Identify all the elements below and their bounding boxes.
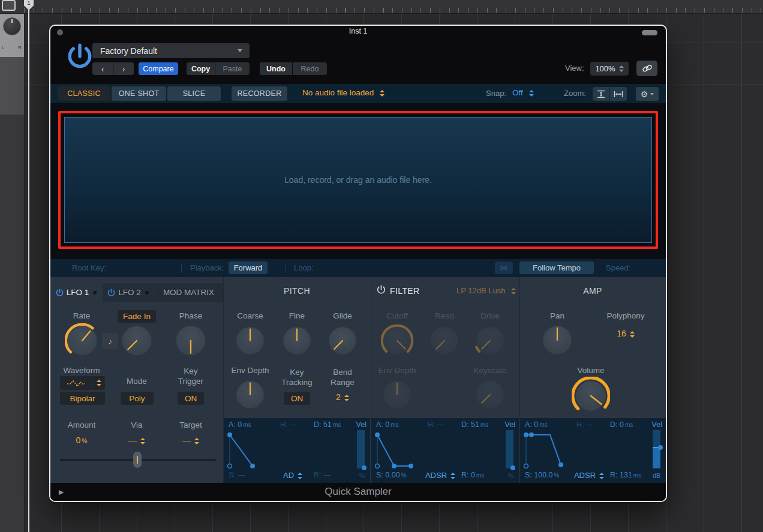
envelope-curve[interactable] xyxy=(521,430,644,470)
tab-slice[interactable]: SLICE xyxy=(167,86,221,101)
fine-knob[interactable] xyxy=(281,324,313,357)
velocity-bar[interactable] xyxy=(653,430,660,468)
view-zoom-stepper[interactable]: 100% xyxy=(590,62,629,76)
filter-type-selector[interactable]: LP 12dB Lush xyxy=(428,286,516,295)
amount-value[interactable]: 0% xyxy=(59,435,104,445)
tab-mod-matrix[interactable]: MOD MATRIX xyxy=(154,283,223,302)
preset-dropdown[interactable]: Factory Default xyxy=(92,43,250,58)
next-preset-button[interactable]: › xyxy=(113,62,134,75)
key-tracking-label: KeyTracking xyxy=(274,367,320,387)
dropzone-message: Load, record, or drag an audio file here… xyxy=(50,175,666,185)
volume-knob[interactable] xyxy=(572,377,610,415)
horizontal-zoom-icon xyxy=(614,90,623,98)
mode-tab-group: CLASSIC ONE SHOT SLICE xyxy=(58,86,221,101)
snap-label: Snap: xyxy=(486,89,506,98)
action-menu-button[interactable]: ⚙ xyxy=(636,87,659,101)
velocity-bar[interactable] xyxy=(357,430,365,468)
tab-one-shot[interactable]: ONE SHOT xyxy=(112,86,166,101)
envelope-curve[interactable] xyxy=(373,430,495,470)
fade-in-knob[interactable] xyxy=(119,323,154,358)
hold-value[interactable]: H: — xyxy=(280,420,297,429)
vel-label: Vel xyxy=(652,420,662,429)
timeline-ruler[interactable] xyxy=(0,0,763,14)
stepper-icon xyxy=(599,473,604,479)
hold-value[interactable]: H: — xyxy=(428,420,444,429)
target-selector[interactable]: — xyxy=(168,435,214,445)
sustain-value[interactable]: S: 0.00% xyxy=(376,471,407,479)
fade-in-mode-button[interactable]: Fade In xyxy=(118,310,156,323)
stepper-icon xyxy=(298,473,302,479)
decay-value[interactable]: D: 51ms xyxy=(461,420,488,429)
previous-preset-button[interactable]: ‹ xyxy=(92,62,113,75)
via-selector[interactable]: — xyxy=(114,435,160,445)
plugin-footer: ▶ Quick Sampler xyxy=(50,483,666,501)
glide-knob[interactable] xyxy=(326,324,359,357)
crossfade-icon[interactable]: ⋈ xyxy=(495,262,513,274)
plugin-power-button[interactable] xyxy=(66,43,94,70)
polyphony-label: Polyphony xyxy=(599,311,652,320)
release-value[interactable]: R: 0ms xyxy=(461,471,484,479)
bend-range-selector[interactable]: 2 xyxy=(320,392,365,402)
track-header[interactable]: L R xyxy=(0,14,24,57)
tab-classic[interactable]: CLASSIC xyxy=(58,86,110,101)
playback-mode-button[interactable]: Forward xyxy=(229,262,268,274)
window-menu-icon[interactable] xyxy=(2,0,16,11)
window-resize-handle[interactable] xyxy=(642,30,657,35)
copy-button[interactable]: Copy xyxy=(187,62,215,75)
mode-label: Mode xyxy=(114,377,160,386)
waveform-dropdown[interactable] xyxy=(60,376,105,390)
pan-knob[interactable] xyxy=(540,323,574,357)
attack-value[interactable]: A: 0ms xyxy=(525,420,548,429)
link-button[interactable] xyxy=(636,61,657,76)
vertical-zoom-button[interactable] xyxy=(593,87,609,101)
waveform-display-area: Load, record, or drag an audio file here… xyxy=(50,103,666,259)
pitch-env-depth-knob[interactable] xyxy=(234,378,266,411)
hold-value[interactable]: H: — xyxy=(576,420,593,429)
synth-section: LFO 1 LFO 2 MOD MATRIX PITCH FILTER xyxy=(50,277,666,483)
quick-sampler-window: Inst 1 Factory Default ‹ › Compare Copy … xyxy=(49,25,667,502)
key-tracking-button[interactable]: ON xyxy=(284,392,310,405)
cutoff-knob[interactable] xyxy=(381,324,413,357)
zoom-button-group xyxy=(593,87,627,101)
reso-knob[interactable] xyxy=(428,324,461,357)
snap-selector[interactable]: Off xyxy=(512,88,534,97)
rate-sync-note-button[interactable]: ♪ xyxy=(102,333,118,349)
follow-tempo-button[interactable]: Follow Tempo xyxy=(519,262,594,274)
key-trigger-button[interactable]: ON xyxy=(178,392,204,405)
amount-slider-handle[interactable] xyxy=(133,452,142,468)
preset-value: Factory Default xyxy=(100,46,157,56)
fine-label: Fine xyxy=(274,311,320,320)
horizontal-zoom-button[interactable] xyxy=(610,87,627,101)
redo-button[interactable]: Redo xyxy=(293,62,327,75)
paste-button[interactable]: Paste xyxy=(215,62,250,75)
release-value[interactable]: R: 131ms xyxy=(610,471,641,479)
lfo-mode-button[interactable]: Poly xyxy=(121,392,154,405)
undo-button[interactable]: Undo xyxy=(260,62,292,75)
compare-button[interactable]: Compare xyxy=(139,62,178,75)
sustain-value[interactable]: S: — xyxy=(229,471,245,479)
keyscale-knob[interactable] xyxy=(474,378,506,411)
envelope-curve[interactable] xyxy=(225,430,348,470)
decay-value[interactable]: D: 0ms xyxy=(610,420,633,429)
coarse-knob[interactable] xyxy=(234,324,266,357)
tab-lfo1[interactable]: LFO 1 xyxy=(50,283,102,302)
filter-env-depth-label: Env Depth xyxy=(374,366,420,375)
phase-knob[interactable] xyxy=(173,323,208,358)
tab-lfo2-label: LFO 2 xyxy=(118,288,141,297)
velocity-bar[interactable] xyxy=(506,430,513,468)
rate-knob[interactable] xyxy=(65,323,100,358)
attack-value[interactable]: A: 0ms xyxy=(376,420,399,429)
pan-knob-icon[interactable] xyxy=(3,17,21,35)
file-status-selector[interactable]: No audio file loaded xyxy=(302,88,384,97)
filter-env-depth-knob[interactable] xyxy=(381,378,413,411)
polyphony-selector[interactable]: 16 xyxy=(599,329,652,338)
tab-lfo2[interactable]: LFO 2 xyxy=(103,283,154,302)
filter-power-button[interactable] xyxy=(377,285,386,294)
sustain-value[interactable]: S: 100.0% xyxy=(525,471,559,479)
polarity-button[interactable]: Bipolar xyxy=(60,392,105,405)
decay-value[interactable]: D: 51ms xyxy=(314,420,341,429)
drive-knob[interactable] xyxy=(474,324,506,357)
tab-recorder[interactable]: RECORDER xyxy=(232,86,287,101)
attack-value[interactable]: A: 0ms xyxy=(229,420,251,429)
release-value[interactable]: R: — xyxy=(314,471,331,479)
